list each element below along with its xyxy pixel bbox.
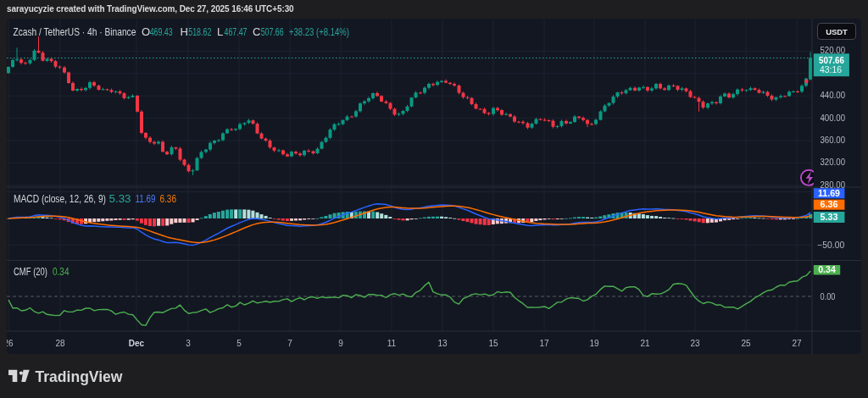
svg-text:Zcash / TetherUS · 4h · Binanc: Zcash / TetherUS · 4h · Binance [13,25,136,38]
svg-text:11.69: 11.69 [136,193,156,205]
svg-text:0.00: 0.00 [821,292,836,301]
svg-text:518.62: 518.62 [188,25,211,38]
svg-text:H: H [181,25,188,38]
svg-text:17: 17 [539,339,549,348]
svg-text:11: 11 [387,339,397,348]
svg-text:467.47: 467.47 [225,25,248,38]
svg-text:−50.00: −50.00 [817,240,844,250]
svg-text:440.00: 440.00 [821,91,846,100]
svg-text:9: 9 [338,339,343,348]
svg-text:L: L [217,25,223,38]
svg-text:469.43: 469.43 [150,25,173,38]
svg-text:6.36: 6.36 [160,193,177,205]
svg-text:19: 19 [589,339,599,348]
svg-text:6.36: 6.36 [821,200,838,209]
svg-text:360.00: 360.00 [821,135,846,145]
svg-text:23: 23 [690,339,700,348]
svg-text:TradingView: TradingView [36,368,124,385]
svg-text:27: 27 [792,339,802,348]
svg-text:0.34: 0.34 [818,265,836,274]
svg-text:43:16: 43:16 [820,65,842,75]
svg-text:O: O [142,25,150,38]
svg-text:Dec: Dec [129,339,145,348]
svg-text:400.00: 400.00 [821,113,846,123]
svg-text:11.69: 11.69 [818,189,840,198]
svg-text:3: 3 [186,339,191,348]
svg-text:28: 28 [55,339,65,348]
svg-text:5: 5 [236,339,242,348]
svg-text:25: 25 [741,339,751,348]
svg-text:+38.23 (+8.14%): +38.23 (+8.14%) [289,25,349,38]
svg-text:15: 15 [488,339,498,348]
svg-text:MACD (close, 12, 26, 9): MACD (close, 12, 26, 9) [14,193,106,205]
svg-text:CMF (20): CMF (20) [14,266,47,278]
svg-text:0.34: 0.34 [53,266,70,278]
svg-text:507.66: 507.66 [819,56,844,65]
svg-text:5.33: 5.33 [109,193,131,205]
svg-text:507.66: 507.66 [261,25,284,38]
svg-text:5.33: 5.33 [821,213,838,222]
svg-text:C: C [253,25,260,38]
svg-text:7: 7 [287,339,292,348]
svg-text:21: 21 [640,339,650,348]
svg-text:320.00: 320.00 [821,158,846,167]
svg-text:13: 13 [437,339,448,348]
svg-text:26: 26 [7,339,14,348]
